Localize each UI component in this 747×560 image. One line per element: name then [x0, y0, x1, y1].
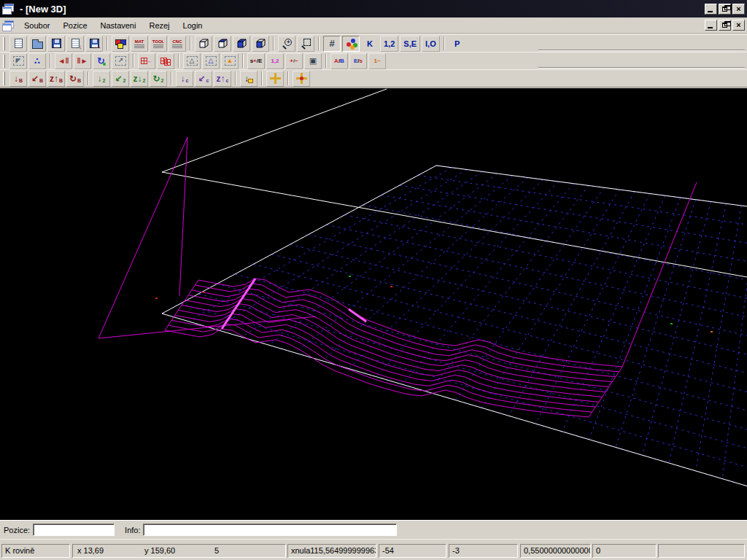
- center-view-button[interactable]: [293, 71, 310, 87]
- menu-bar: SouborPoziceNastaveniRezejLogin ×: [0, 18, 747, 34]
- mdi-minimize-button[interactable]: [705, 20, 717, 31]
- axis-b-down-button[interactable]: ↓B: [9, 71, 27, 87]
- viewport-3d[interactable]: [0, 88, 747, 520]
- view-cube-top-button[interactable]: [214, 36, 231, 52]
- zoom-window-button[interactable]: [297, 36, 314, 52]
- scale-button[interactable]: ↗: [112, 53, 129, 69]
- axis-c-check-button[interactable]: ↙c: [195, 71, 212, 87]
- points-12-button[interactable]: 1,2: [266, 53, 284, 69]
- triangle-select-button[interactable]: △: [183, 53, 201, 69]
- offset-button[interactable]: +/−: [285, 53, 303, 69]
- array-copy-button[interactable]: [157, 53, 174, 69]
- axis-2-down-button[interactable]: ↓2: [93, 71, 110, 87]
- status-cell-4: -3: [449, 544, 518, 558]
- k-mode-button[interactable]: K: [361, 36, 379, 52]
- status-value-1-1: y 159,60: [144, 546, 175, 555]
- axis-2-check-button[interactable]: ↙2: [112, 71, 129, 87]
- status-cell-2: xnula115,564999999963: [287, 544, 376, 558]
- toolbar-separator: [178, 54, 179, 68]
- view-cube-solid-button[interactable]: [233, 36, 250, 52]
- toolbar-grip[interactable]: [3, 37, 5, 50]
- axis-2-rotate-button[interactable]: ↻2: [150, 71, 167, 87]
- axis-b-rotate-button[interactable]: ↻B: [66, 71, 84, 87]
- frame-toggle-button[interactable]: #: [323, 36, 341, 52]
- view-cube-wire-button[interactable]: [195, 36, 212, 52]
- mirror-right-button[interactable]: ‖►: [74, 53, 91, 69]
- mode-12-button-label: 1,2: [382, 39, 397, 48]
- material-table-button[interactable]: MAT: [131, 36, 148, 52]
- mode-12-button[interactable]: 1,2: [380, 36, 398, 52]
- export-file-button[interactable]: →: [85, 36, 103, 52]
- layer-colors-button[interactable]: [112, 36, 129, 52]
- toolbar-separator: [190, 36, 191, 50]
- move-view-button[interactable]: [266, 71, 284, 87]
- mdi-close-button[interactable]: ×: [732, 20, 745, 31]
- mdi-child-icon[interactable]: [2, 20, 13, 30]
- toolbar-grip[interactable]: [3, 55, 5, 68]
- toolbar-separator: [444, 36, 445, 50]
- es-plane-button[interactable]: E/s: [349, 53, 367, 69]
- mode-io-button-label: I,O: [423, 39, 438, 48]
- cnc-output-button[interactable]: CNC: [169, 36, 186, 52]
- status-value-1-2: 5: [214, 546, 219, 555]
- ab-plane-button[interactable]: A/B: [330, 53, 348, 69]
- info-label: Info:: [125, 526, 140, 534]
- toolbar-separator: [242, 54, 244, 68]
- menu-item-soubor[interactable]: Soubor: [18, 19, 56, 32]
- toolbar-separator: [261, 71, 263, 85]
- axis-c-zup-button[interactable]: z↑c: [214, 71, 231, 87]
- minimize-button[interactable]: [705, 4, 717, 15]
- spiral-button[interactable]: ▣: [304, 53, 322, 69]
- mode-io-button[interactable]: I,O: [422, 36, 440, 52]
- axis-2-zdown-button[interactable]: z↓2: [131, 71, 148, 87]
- down-table-button[interactable]: ↓: [240, 71, 258, 87]
- mirror-left-button[interactable]: ◄‖: [55, 53, 72, 69]
- toolbar-separator: [171, 71, 172, 85]
- restore-icon: [722, 7, 727, 12]
- menu-item-nastaveni[interactable]: Nastaveni: [94, 19, 143, 32]
- toolbar-grip[interactable]: [3, 72, 5, 85]
- mode-se-button[interactable]: S,E: [400, 36, 420, 52]
- curve-1-button[interactable]: 1~: [368, 53, 386, 69]
- toolbar-groove-line-1: [538, 50, 745, 51]
- array-move-button[interactable]: ←: [138, 53, 155, 69]
- points-button[interactable]: ∴: [28, 53, 46, 69]
- menu-item-rezej[interactable]: Rezej: [142, 19, 176, 32]
- status-cell-1: x 13,69y 159,605: [72, 544, 286, 558]
- color-dots-toggle-button[interactable]: [342, 36, 360, 52]
- axis-b-check-button[interactable]: ↙B: [28, 71, 46, 87]
- window-title: - [New 3D]: [20, 4, 66, 15]
- status-value-1-0: x 13,69: [77, 546, 104, 555]
- status-cell-7: [658, 544, 745, 558]
- pozice-input[interactable]: [33, 524, 115, 536]
- save-file-button[interactable]: [47, 36, 65, 52]
- zoom-in-button[interactable]: +: [278, 36, 295, 52]
- k-mode-button-label: K: [365, 39, 375, 48]
- mdi-restore-button[interactable]: [719, 20, 731, 31]
- scene-svg: [0, 88, 747, 520]
- axis-b-zup-button[interactable]: z↑B: [47, 71, 65, 87]
- p-mode-button[interactable]: P: [449, 36, 466, 52]
- status-bar: K roviněx 13,69y 159,605xnula115,5649999…: [0, 539, 747, 560]
- triangle-fill-button[interactable]: ▲: [221, 53, 239, 69]
- info-input[interactable]: [143, 524, 397, 536]
- triangle-box-button[interactable]: △: [202, 53, 220, 69]
- p-mode-button-label: P: [452, 39, 462, 48]
- menu-item-login[interactable]: Login: [177, 19, 209, 32]
- view-cube-mix-button[interactable]: [252, 36, 269, 52]
- status-cell-6: 0: [592, 544, 657, 558]
- new-file-button[interactable]: [9, 36, 27, 52]
- rotate-button[interactable]: ↻: [93, 53, 110, 69]
- start-end-button[interactable]: s+/E: [247, 53, 265, 69]
- select-button[interactable]: ◤: [9, 53, 27, 69]
- toolbar-separator: [273, 36, 274, 50]
- close-button[interactable]: ×: [732, 4, 745, 15]
- restore-button[interactable]: [719, 4, 731, 15]
- toolbar-separator: [287, 71, 289, 85]
- axis-c-down-button[interactable]: ↓c: [176, 71, 193, 87]
- toolbar-separator: [325, 54, 327, 68]
- open-file-button[interactable]: [28, 36, 46, 52]
- tool-table-button[interactable]: TOOL: [150, 36, 167, 52]
- import-file-button[interactable]: ↓: [66, 36, 84, 52]
- menu-item-pozice[interactable]: Pozice: [56, 19, 93, 32]
